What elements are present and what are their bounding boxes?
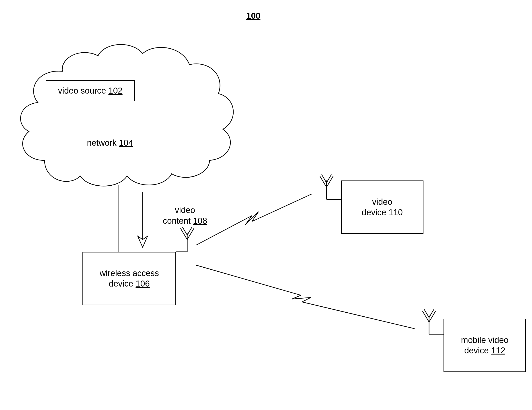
- network-label-prefix: network: [87, 138, 119, 148]
- svg-line-16: [429, 309, 434, 317]
- video-source-box: video source 102: [46, 80, 135, 101]
- svg-line-25: [292, 298, 311, 299]
- mvd-line2-prefix: device: [464, 346, 491, 355]
- wad-line1: wireless access: [100, 269, 159, 278]
- svg-line-26: [302, 298, 311, 302]
- arrowhead-video-content: [138, 236, 148, 247]
- svg-line-19: [245, 216, 252, 225]
- antenna-video-device-icon: [320, 175, 341, 199]
- svg-line-14: [429, 311, 436, 322]
- svg-line-7: [320, 176, 326, 187]
- svg-line-10: [326, 175, 332, 183]
- video-content-label: video content 108: [156, 205, 214, 226]
- video-content-ref: 108: [193, 216, 207, 225]
- svg-line-13: [422, 311, 429, 322]
- video-source-label-prefix: video source: [58, 86, 108, 95]
- network-ref: 104: [119, 138, 133, 148]
- wad-ref: 106: [135, 279, 150, 288]
- svg-line-9: [322, 175, 326, 183]
- video-device-line1: video: [372, 197, 392, 206]
- video-source-ref: 102: [108, 86, 122, 95]
- mobile-video-device-box: mobile video device 112: [444, 319, 526, 372]
- svg-line-22: [252, 194, 312, 222]
- video-device-label: video device 110: [362, 197, 403, 218]
- mobile-video-device-label: mobile video device 112: [461, 335, 508, 356]
- video-source-label: video source 102: [58, 85, 122, 96]
- wad-line2-prefix: device: [109, 279, 135, 288]
- mvd-line1: mobile video: [461, 335, 508, 345]
- wireless-link-to-mobile-device: [196, 265, 415, 329]
- antenna-mobile-device-icon: [422, 309, 444, 334]
- mvd-ref: 112: [491, 346, 505, 355]
- svg-line-23: [196, 265, 301, 295]
- svg-line-15: [424, 309, 429, 317]
- video-content-line1: video: [175, 205, 195, 215]
- figure-number: 100: [246, 11, 260, 21]
- antenna-wad-icon: [176, 227, 194, 252]
- cloud-icon: [20, 45, 233, 186]
- video-device-line2-prefix: device: [362, 208, 389, 217]
- video-device-ref: 110: [389, 208, 403, 217]
- svg-line-2: [187, 228, 194, 240]
- svg-line-27: [302, 302, 415, 329]
- svg-line-21: [252, 212, 258, 222]
- video-content-line2-prefix: content: [163, 216, 193, 225]
- video-device-box: video device 110: [341, 180, 423, 234]
- figure-number-text: 100: [246, 11, 260, 20]
- diagram-canvas: 100: [0, 0, 532, 410]
- svg-line-8: [326, 176, 333, 187]
- svg-line-1: [180, 228, 187, 240]
- svg-line-24: [292, 295, 301, 299]
- svg-line-3: [182, 227, 187, 235]
- svg-line-4: [187, 227, 192, 235]
- network-label: network 104: [87, 138, 133, 148]
- wireless-access-device-box: wireless access device 106: [83, 252, 176, 305]
- wad-label: wireless access device 106: [100, 268, 159, 289]
- svg-line-20: [245, 212, 258, 225]
